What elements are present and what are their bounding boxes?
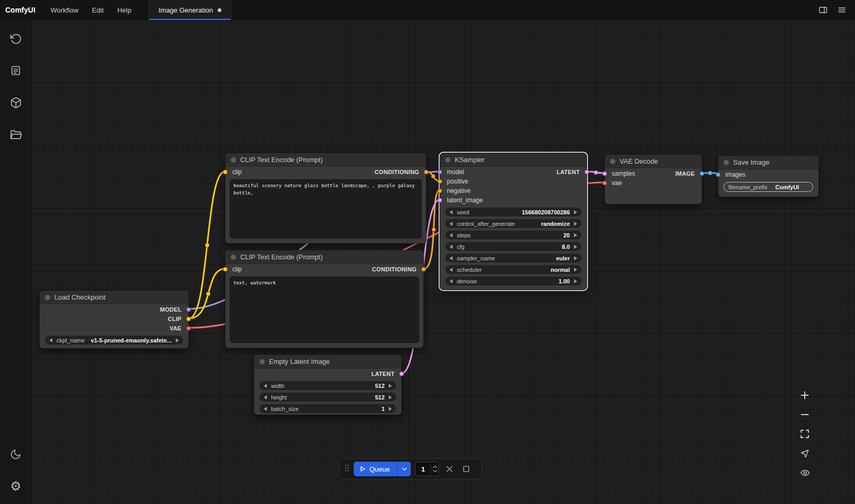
latent-input-port[interactable] bbox=[437, 198, 442, 203]
next-value-icon[interactable] bbox=[574, 256, 577, 260]
vae-output-port[interactable] bbox=[186, 326, 191, 331]
node-header[interactable]: KSampler bbox=[440, 153, 587, 167]
latent-output-port[interactable] bbox=[584, 170, 589, 175]
fit-view-button[interactable] bbox=[798, 428, 811, 440]
model-input-port[interactable] bbox=[437, 170, 442, 175]
images-input-port[interactable] bbox=[716, 173, 721, 177]
node-clip-text-encode-positive[interactable]: CLIP Text Encode (Prompt) clip CONDITION… bbox=[225, 153, 426, 244]
widget-seed[interactable]: seed 156680208700286 bbox=[445, 208, 581, 216]
collapse-dot-icon[interactable] bbox=[231, 157, 236, 163]
prev-value-icon[interactable] bbox=[449, 245, 453, 249]
node-empty-latent-image[interactable]: Empty Latent Image LATENT width 512 heig… bbox=[254, 354, 402, 415]
next-value-icon[interactable] bbox=[574, 279, 577, 283]
sidebar-item-queue-history[interactable] bbox=[5, 28, 26, 49]
main-menu-button[interactable] bbox=[835, 3, 849, 17]
vae-input-port[interactable] bbox=[602, 181, 607, 186]
clip-input-port[interactable] bbox=[223, 267, 228, 272]
batch-count-input[interactable]: 1 bbox=[415, 462, 439, 476]
next-value-icon[interactable] bbox=[574, 222, 577, 226]
widget-sampler-name[interactable]: sampler_name euler bbox=[445, 254, 581, 262]
node-header[interactable]: CLIP Text Encode (Prompt) bbox=[226, 250, 423, 264]
widget-ckpt-name[interactable]: ckpt_name v1-5-pruned-emaonly.safete... bbox=[45, 336, 183, 345]
next-value-icon[interactable] bbox=[389, 384, 392, 388]
queue-button[interactable]: Queue bbox=[354, 462, 397, 476]
prompt-textarea[interactable]: beautiful scenery nature glass bottle la… bbox=[230, 179, 422, 238]
theme-toggle-button[interactable] bbox=[5, 444, 26, 465]
model-output-port[interactable] bbox=[186, 307, 191, 312]
widget-steps[interactable]: steps 20 bbox=[445, 231, 581, 239]
node-header[interactable]: Save Image bbox=[718, 156, 818, 169]
node-header[interactable]: Load Checkpoint bbox=[40, 291, 188, 304]
collapse-dot-icon[interactable] bbox=[260, 359, 265, 364]
menu-help[interactable]: Help bbox=[110, 6, 138, 14]
tab-image-generation[interactable]: Image Generation bbox=[149, 0, 231, 20]
widget-width[interactable]: width 512 bbox=[260, 381, 396, 390]
next-value-icon[interactable] bbox=[574, 210, 577, 214]
settings-button[interactable]: ⚙ bbox=[5, 476, 26, 497]
node-vae-decode[interactable]: VAE Decode samples IMAGE vae bbox=[604, 154, 702, 204]
samples-input-port[interactable] bbox=[602, 171, 607, 176]
node-header[interactable]: VAE Decode bbox=[605, 155, 702, 168]
image-output-port[interactable] bbox=[700, 171, 704, 176]
sidebar-item-workflows[interactable] bbox=[5, 124, 26, 145]
next-value-icon[interactable] bbox=[574, 245, 577, 249]
next-value-icon[interactable] bbox=[389, 407, 392, 411]
negative-input-port[interactable] bbox=[437, 189, 442, 193]
queue-options-button[interactable] bbox=[397, 462, 411, 476]
node-clip-text-encode-negative[interactable]: CLIP Text Encode (Prompt) clip CONDITION… bbox=[225, 250, 424, 348]
next-value-icon[interactable] bbox=[389, 395, 392, 399]
queue-bar-drag-handle[interactable] bbox=[344, 464, 350, 474]
node-save-image[interactable]: Save Image images filename_prefix ComfyU… bbox=[718, 155, 819, 197]
prev-value-icon[interactable] bbox=[49, 338, 52, 342]
collapse-dot-icon[interactable] bbox=[724, 160, 729, 165]
clip-input-port[interactable] bbox=[223, 170, 228, 175]
widget-denoise[interactable]: denoise 1.00 bbox=[445, 277, 581, 285]
prev-value-icon[interactable] bbox=[264, 395, 267, 399]
widget-height[interactable]: height 512 bbox=[260, 393, 396, 402]
zoom-out-button[interactable] bbox=[798, 408, 811, 421]
latent-output-port[interactable] bbox=[399, 372, 404, 376]
widget-batch-size[interactable]: batch_size 1 bbox=[260, 404, 396, 413]
toggle-panel-button[interactable] bbox=[816, 3, 830, 17]
conditioning-output-port[interactable] bbox=[424, 170, 429, 175]
prev-value-icon[interactable] bbox=[449, 256, 453, 260]
prev-value-icon[interactable] bbox=[264, 407, 267, 411]
prev-value-icon[interactable] bbox=[449, 233, 453, 237]
decrement-icon[interactable] bbox=[433, 469, 437, 473]
collapse-dot-icon[interactable] bbox=[231, 255, 236, 260]
sidebar-item-logs[interactable] bbox=[5, 60, 26, 81]
node-load-checkpoint[interactable]: Load Checkpoint MODEL CLIP VAE ckpt_name… bbox=[39, 290, 189, 349]
next-value-icon[interactable] bbox=[176, 338, 179, 342]
prompt-textarea[interactable]: text, watermark bbox=[230, 277, 419, 343]
node-header[interactable]: Empty Latent Image bbox=[254, 355, 401, 369]
prev-value-icon[interactable] bbox=[449, 222, 453, 226]
zoom-in-button[interactable] bbox=[798, 389, 811, 402]
prev-value-icon[interactable] bbox=[264, 384, 267, 388]
widget-filename-prefix[interactable]: filename_prefix ComfyUI bbox=[724, 182, 813, 192]
select-mode-button[interactable] bbox=[798, 447, 811, 460]
clear-queue-button[interactable] bbox=[460, 463, 473, 475]
widget-cfg[interactable]: cfg 8.0 bbox=[445, 242, 581, 251]
cancel-run-button[interactable] bbox=[443, 463, 456, 475]
collapse-dot-icon[interactable] bbox=[45, 295, 50, 300]
prev-value-icon[interactable] bbox=[449, 279, 453, 283]
collapse-dot-icon[interactable] bbox=[610, 159, 615, 164]
positive-input-port[interactable] bbox=[437, 179, 442, 184]
prev-value-icon[interactable] bbox=[449, 268, 453, 272]
prev-value-icon[interactable] bbox=[449, 210, 453, 214]
node-header[interactable]: CLIP Text Encode (Prompt) bbox=[226, 153, 426, 167]
collapse-dot-icon[interactable] bbox=[445, 157, 451, 163]
sidebar-item-model-library[interactable] bbox=[5, 92, 26, 113]
toggle-link-visibility-button[interactable] bbox=[798, 466, 811, 479]
menu-workflow[interactable]: Workflow bbox=[44, 6, 85, 14]
batch-count-value[interactable]: 1 bbox=[415, 465, 431, 473]
menu-edit[interactable]: Edit bbox=[85, 6, 110, 14]
widget-control-after-generate[interactable]: control_after_generate randomize bbox=[445, 219, 581, 228]
node-ksampler[interactable]: KSampler model LATENT positive negative … bbox=[440, 153, 587, 290]
next-value-icon[interactable] bbox=[574, 233, 577, 237]
conditioning-output-port[interactable] bbox=[421, 267, 426, 272]
widget-scheduler[interactable]: scheduler normal bbox=[445, 265, 581, 274]
increment-icon[interactable] bbox=[433, 465, 437, 468]
clip-output-port[interactable] bbox=[186, 317, 191, 322]
next-value-icon[interactable] bbox=[574, 268, 577, 272]
